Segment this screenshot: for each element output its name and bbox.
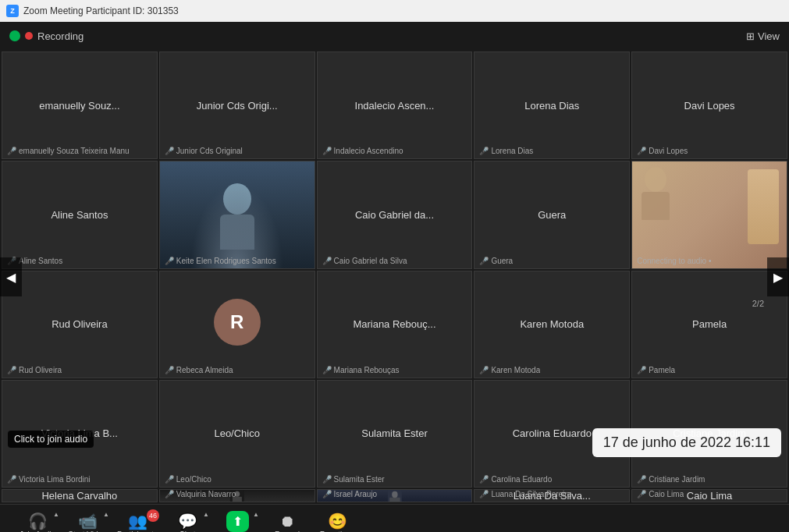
sublabel-text: emanuelly Souza Teixeira Manu — [19, 147, 130, 155]
mic-muted-icon: 🎤 — [479, 147, 489, 155]
mic-muted-icon: 🎤 — [637, 366, 646, 374]
chat-icon: 💬 — [178, 513, 197, 529]
caret-up-icon: ▲ — [103, 511, 109, 518]
photo-keite — [160, 161, 315, 268]
participant-sublabel: 🎤 Luana Da Silva Pereira — [479, 490, 571, 498]
audio-icon: 🎧 — [28, 513, 48, 529]
participant-name: Caio Lima — [682, 490, 737, 502]
mic-muted-icon: 🎤 — [7, 147, 16, 155]
participant-tile: Guera 🎤 Guera — [474, 161, 630, 268]
participant-sublabel: 🎤 Karen Motoda — [479, 366, 540, 374]
person-silhouette — [214, 179, 261, 250]
participant-tile: Leo/Chico 🎤 Leo/Chico — [159, 380, 315, 488]
mic-muted-icon: 🎤 — [479, 490, 489, 498]
sublabel-text: Junior Cds Original — [176, 147, 243, 155]
previous-page-button[interactable]: ◀ — [0, 257, 22, 296]
mic-muted-icon: 🎤 — [165, 475, 174, 484]
grid-area: ◀ 2/2 emanuelly Souz... 🎤 emanuelly Souz… — [0, 50, 789, 504]
green-dot-icon — [9, 30, 20, 41]
sublabel-text: Aline Santos — [19, 257, 62, 265]
participants-icon: 👥 — [128, 513, 147, 529]
participant-sublabel: 🎤 Valquiria Navarro — [165, 490, 236, 498]
caret-up-icon: ▲ — [253, 511, 259, 518]
sublabel-text: Victoria Lima Bordini — [19, 475, 91, 484]
next-page-button[interactable]: ▶ — [767, 257, 789, 296]
participant-tile: Rud Oliveira 🎤 Rud Oliveira — [2, 271, 158, 378]
participants-button[interactable]: 👥 ▲ 46 Participants — [112, 505, 162, 532]
join-audio-button[interactable]: 🎧 ▲ Join Audio — [12, 505, 62, 532]
participant-sublabel: 🎤 Pamela — [637, 366, 675, 374]
participant-sublabel: 🎤 Lorena Dias — [479, 147, 533, 155]
top-bar: Recording ⊞ View — [0, 22, 789, 50]
mic-muted-icon: 🎤 — [479, 475, 489, 484]
participant-sublabel: 🎤 Mariana Rebouças — [322, 366, 400, 374]
mic-muted-icon: 🎤 — [322, 490, 332, 498]
participant-sublabel: 🎤 Indalecio Ascendino — [322, 147, 403, 155]
participant-tile: Sulamita Ester 🎤 Sulamita Ester — [317, 380, 473, 488]
participant-sublabel: Connecting to audio • — [637, 257, 711, 265]
sublabel-text: Connecting to audio • — [637, 257, 711, 265]
svg-rect-1 — [220, 215, 254, 250]
chat-button[interactable]: 💬 ▲ Chat — [162, 505, 212, 532]
sublabel-text: Pamela — [649, 366, 675, 374]
participant-name: Karen Motoda — [515, 318, 588, 330]
share-screen-button[interactable]: ⬆ ▲ Share Screen — [212, 505, 262, 532]
reactions-button[interactable]: 😊 Reactions — [312, 505, 362, 532]
sublabel-text: Caio Gabriel da Silva — [334, 257, 407, 265]
video-icon: 📹 — [78, 513, 98, 529]
participant-sublabel: 🎤 emanuelly Souza Teixeira Manu — [7, 147, 130, 155]
mic-muted-icon: 🎤 — [637, 475, 646, 484]
participant-sublabel: 🎤 Cristiane Jardim — [637, 475, 705, 484]
sublabel-text: Indalecio Ascendino — [334, 147, 403, 155]
mic-muted-icon: 🎤 — [479, 366, 489, 374]
participant-name: emanuelly Souz... — [34, 100, 124, 112]
record-button[interactable]: ⏺ Record — [262, 505, 312, 532]
start-video-button[interactable]: 📹 ▲ Start Video — [62, 505, 112, 532]
mic-muted-icon: 🎤 — [479, 257, 489, 265]
participant-sublabel: 🎤 Israel Araujo — [322, 490, 378, 498]
sublabel-text: Sulamita Ester — [334, 475, 385, 484]
participant-tile: Caio Gabriel da... 🎤 Caio Gabriel da Sil… — [317, 161, 473, 268]
participant-name: Carolina Eduardo — [508, 427, 596, 439]
sublabel-text: Mariana Rebouças — [334, 366, 400, 374]
participant-name: Rud Oliveira — [47, 318, 112, 330]
participant-name: Leo/Chico — [209, 427, 265, 439]
sublabel-text: Luana Da Silva Pereira — [491, 490, 571, 498]
avatar-placeholder: R — [214, 299, 261, 346]
participant-tile: Mariana Rebouç... 🎤 Mariana Rebouças — [317, 271, 473, 378]
participant-tile: Indalecio Ascen... 🎤 Indalecio Ascendino — [317, 51, 473, 159]
mic-muted-icon: 🎤 — [7, 475, 16, 484]
sublabel-text: Rebeca Almeida — [176, 366, 233, 374]
datetime-overlay: 17 de junho de 2022 16:11 — [592, 428, 781, 457]
red-recording-icon — [25, 32, 33, 40]
participant-photo — [632, 161, 787, 268]
mic-muted-icon: 🎤 — [637, 490, 646, 498]
svg-rect-3 — [642, 192, 670, 220]
mic-muted-icon: 🎤 — [322, 475, 332, 484]
participant-tile-connecting: Connecting to audio • — [631, 161, 787, 268]
participant-sublabel: 🎤 Junior Cds Original — [165, 147, 243, 155]
participant-name: Aline Santos — [46, 209, 112, 221]
recording-label: Recording — [37, 30, 84, 42]
sublabel-text: Guera — [491, 257, 513, 265]
mic-muted-icon: 🎤 — [165, 490, 174, 498]
sublabel-text: Davi Lopes — [649, 147, 688, 155]
participant-name: Junior Cds Origi... — [192, 100, 283, 112]
mic-muted-icon: 🎤 — [322, 257, 332, 265]
participant-sublabel: 🎤 Caio Gabriel da Silva — [322, 257, 407, 265]
participant-tile: Lorena Dias 🎤 Lorena Dias — [474, 51, 630, 159]
svg-point-8 — [392, 491, 398, 498]
participant-tile: Davi Lopes 🎤 Davi Lopes — [631, 51, 787, 159]
participant-name: Lorena Dias — [520, 100, 584, 112]
mic-muted-icon: 🎤 — [165, 257, 174, 265]
participant-name: Pamela — [688, 318, 731, 330]
participant-tile-helena: Helena Carvalho — [2, 489, 158, 502]
sublabel-text: Lorena Dias — [491, 147, 533, 155]
person-silhouette — [640, 165, 671, 220]
participant-sublabel: 🎤 Leo/Chico — [165, 475, 211, 484]
participant-name: Davi Lopes — [680, 100, 740, 112]
mic-muted-icon: 🎤 — [165, 366, 174, 374]
share-screen-icon-bg: ⬆ — [226, 511, 249, 532]
svg-point-2 — [645, 167, 666, 192]
view-button[interactable]: ⊞ View — [746, 30, 780, 42]
